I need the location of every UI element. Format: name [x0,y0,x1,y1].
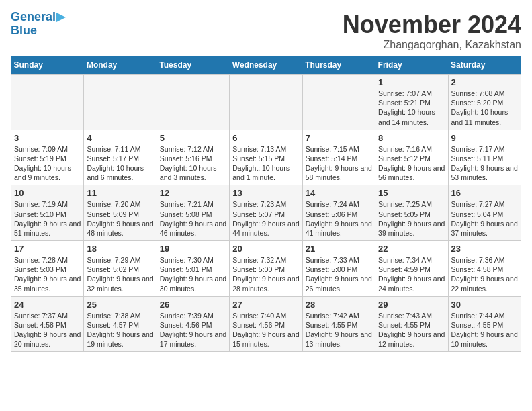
day-info: Sunrise: 7:29 AMSunset: 5:02 PMDaylight:… [87,255,153,293]
day-info: Sunrise: 7:25 AMSunset: 5:05 PMDaylight:… [378,199,445,238]
day-number: 1 [378,77,445,87]
day-info: Sunrise: 7:12 AMSunset: 5:16 PMDaylight:… [160,144,226,183]
month-title: November 2024 [343,11,521,39]
day-number: 9 [451,133,518,143]
day-number: 6 [232,133,299,143]
day-info: Sunrise: 7:33 AMSunset: 5:00 PMDaylight:… [306,255,372,293]
weekday-header-wednesday: Wednesday [230,56,302,75]
logo-line2: Blue [11,24,37,37]
calendar-cell: 26Sunrise: 7:39 AMSunset: 4:56 PMDayligh… [157,296,229,352]
page-header: General▶ Blue November 2024 Zhangaqorgha… [11,11,521,51]
logo-text: General▶ Blue [11,11,65,38]
day-number: 10 [14,188,81,198]
day-number: 19 [160,244,226,254]
calendar-cell: 7Sunrise: 7:15 AMSunset: 5:14 PMDaylight… [302,130,375,185]
day-info: Sunrise: 7:19 AMSunset: 5:10 PMDaylight:… [14,199,81,238]
day-number: 18 [87,244,153,254]
day-info: Sunrise: 7:21 AMSunset: 5:08 PMDaylight:… [160,199,226,238]
calendar-cell [230,75,302,130]
day-number: 23 [451,244,518,254]
day-number: 28 [306,300,372,310]
day-number: 4 [87,133,153,143]
day-info: Sunrise: 7:38 AMSunset: 4:57 PMDaylight:… [87,311,153,349]
calendar-cell: 28Sunrise: 7:42 AMSunset: 4:55 PMDayligh… [302,296,375,352]
day-info: Sunrise: 7:13 AMSunset: 5:15 PMDaylight:… [232,144,299,183]
day-info: Sunrise: 7:15 AMSunset: 5:14 PMDaylight:… [306,144,372,183]
day-number: 21 [306,244,372,254]
calendar-week-1: 1Sunrise: 7:07 AMSunset: 5:21 PMDaylight… [11,75,521,130]
calendar-cell: 1Sunrise: 7:07 AMSunset: 5:21 PMDaylight… [375,75,448,130]
day-info: Sunrise: 7:40 AMSunset: 4:56 PMDaylight:… [232,311,299,349]
calendar-cell: 4Sunrise: 7:11 AMSunset: 5:17 PMDaylight… [84,130,157,185]
title-section: November 2024 Zhangaqorghan, Kazakhstan [343,11,521,51]
calendar-cell: 30Sunrise: 7:44 AMSunset: 4:55 PMDayligh… [448,296,521,352]
calendar-cell: 5Sunrise: 7:12 AMSunset: 5:16 PMDaylight… [157,130,229,185]
day-number: 30 [451,300,518,310]
weekday-header-sunday: Sunday [11,56,84,75]
logo-line1: General [11,10,56,24]
day-number: 27 [232,300,299,310]
day-number: 7 [306,133,372,143]
day-number: 14 [306,188,372,198]
logo: General▶ Blue [11,11,65,38]
day-info: Sunrise: 7:42 AMSunset: 4:55 PMDaylight:… [306,311,372,349]
calendar-cell: 18Sunrise: 7:29 AMSunset: 5:02 PMDayligh… [84,241,157,297]
day-number: 16 [451,188,518,198]
calendar-cell [11,75,84,130]
calendar-cell: 6Sunrise: 7:13 AMSunset: 5:15 PMDaylight… [230,130,302,185]
calendar-cell: 17Sunrise: 7:28 AMSunset: 5:03 PMDayligh… [11,241,84,297]
weekday-header-thursday: Thursday [302,56,375,75]
day-number: 26 [160,300,226,310]
calendar-cell: 29Sunrise: 7:43 AMSunset: 4:55 PMDayligh… [375,296,448,352]
day-number: 11 [87,188,153,198]
day-info: Sunrise: 7:36 AMSunset: 4:58 PMDaylight:… [451,255,518,293]
calendar-week-4: 17Sunrise: 7:28 AMSunset: 5:03 PMDayligh… [11,241,521,297]
day-info: Sunrise: 7:08 AMSunset: 5:20 PMDaylight:… [451,89,518,127]
day-info: Sunrise: 7:11 AMSunset: 5:17 PMDaylight:… [87,144,153,183]
weekday-header-saturday: Saturday [448,56,521,75]
day-number: 2 [451,77,518,87]
calendar-cell: 12Sunrise: 7:21 AMSunset: 5:08 PMDayligh… [157,185,229,241]
day-info: Sunrise: 7:17 AMSunset: 5:11 PMDaylight:… [451,144,518,183]
calendar-week-5: 24Sunrise: 7:37 AMSunset: 4:58 PMDayligh… [11,296,521,352]
day-number: 12 [160,188,226,198]
calendar-cell: 9Sunrise: 7:17 AMSunset: 5:11 PMDaylight… [448,130,521,185]
calendar-cell: 3Sunrise: 7:09 AMSunset: 5:19 PMDaylight… [11,130,84,185]
weekday-header-monday: Monday [84,56,157,75]
calendar-cell: 24Sunrise: 7:37 AMSunset: 4:58 PMDayligh… [11,296,84,352]
day-info: Sunrise: 7:30 AMSunset: 5:01 PMDaylight:… [160,255,226,293]
day-info: Sunrise: 7:44 AMSunset: 4:55 PMDaylight:… [451,311,518,349]
weekday-header-row: SundayMondayTuesdayWednesdayThursdayFrid… [11,56,521,75]
day-number: 17 [14,244,81,254]
day-info: Sunrise: 7:37 AMSunset: 4:58 PMDaylight:… [14,311,81,349]
day-number: 22 [378,244,445,254]
calendar-cell: 27Sunrise: 7:40 AMSunset: 4:56 PMDayligh… [230,296,302,352]
day-number: 5 [160,133,226,143]
weekday-header-tuesday: Tuesday [157,56,229,75]
calendar-cell [157,75,229,130]
day-number: 25 [87,300,153,310]
day-info: Sunrise: 7:23 AMSunset: 5:07 PMDaylight:… [232,199,299,238]
calendar-cell: 22Sunrise: 7:34 AMSunset: 4:59 PMDayligh… [375,241,448,297]
day-number: 3 [14,133,81,143]
day-number: 13 [232,188,299,198]
weekday-header-friday: Friday [375,56,448,75]
day-number: 29 [378,300,445,310]
calendar-cell: 13Sunrise: 7:23 AMSunset: 5:07 PMDayligh… [230,185,302,241]
day-number: 24 [14,300,81,310]
calendar-cell: 25Sunrise: 7:38 AMSunset: 4:57 PMDayligh… [84,296,157,352]
calendar-cell: 2Sunrise: 7:08 AMSunset: 5:20 PMDaylight… [448,75,521,130]
calendar-cell: 21Sunrise: 7:33 AMSunset: 5:00 PMDayligh… [302,241,375,297]
day-info: Sunrise: 7:07 AMSunset: 5:21 PMDaylight:… [378,89,445,127]
day-info: Sunrise: 7:16 AMSunset: 5:12 PMDaylight:… [378,144,445,183]
calendar-cell: 19Sunrise: 7:30 AMSunset: 5:01 PMDayligh… [157,241,229,297]
calendar-cell: 14Sunrise: 7:24 AMSunset: 5:06 PMDayligh… [302,185,375,241]
day-info: Sunrise: 7:28 AMSunset: 5:03 PMDaylight:… [14,255,81,293]
calendar-cell [84,75,157,130]
calendar-cell: 10Sunrise: 7:19 AMSunset: 5:10 PMDayligh… [11,185,84,241]
day-info: Sunrise: 7:39 AMSunset: 4:56 PMDaylight:… [160,311,226,349]
day-info: Sunrise: 7:27 AMSunset: 5:04 PMDaylight:… [451,199,518,238]
calendar-cell [302,75,375,130]
day-info: Sunrise: 7:32 AMSunset: 5:00 PMDaylight:… [232,255,299,293]
calendar-cell: 20Sunrise: 7:32 AMSunset: 5:00 PMDayligh… [230,241,302,297]
